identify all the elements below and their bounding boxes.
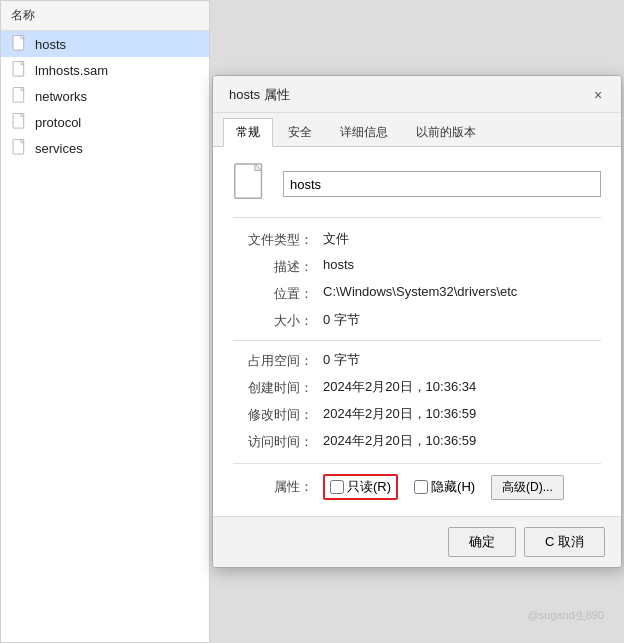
prop-value: 0 字节	[323, 311, 601, 329]
prop-value: hosts	[323, 257, 601, 272]
file-panel: 名称 hosts lmhosts.sam networks protocol	[0, 0, 210, 643]
file-list-item[interactable]: services	[1, 135, 209, 161]
hidden-label: 隐藏(H)	[431, 478, 475, 496]
divider	[233, 463, 601, 464]
file-icon	[11, 61, 29, 79]
dialog-overlay: hosts 属性 × 常规安全详细信息以前的版本 文件类型：文件描述：hosts…	[210, 0, 624, 643]
prop-label: 位置：	[233, 284, 313, 303]
file-name: services	[35, 141, 83, 156]
file-name: protocol	[35, 115, 81, 130]
file-name: networks	[35, 89, 87, 104]
prop-row: 文件类型：文件	[233, 230, 601, 249]
file-icon	[11, 35, 29, 53]
divider	[233, 340, 601, 341]
file-icon	[11, 113, 29, 131]
hidden-checkbox-label[interactable]: 隐藏(H)	[414, 478, 475, 496]
prop-value: C:\Windows\System32\drivers\etc	[323, 284, 601, 299]
file-icon-large	[233, 163, 269, 205]
prop-label: 描述：	[233, 257, 313, 276]
prop-label: 文件类型：	[233, 230, 313, 249]
attr-label: 属性：	[233, 478, 313, 496]
checkbox-group: 只读(R) 隐藏(H) 高级(D)...	[323, 474, 564, 500]
prop-value: 2024年2月20日，10:36:59	[323, 432, 601, 450]
prop-value: 2024年2月20日，10:36:34	[323, 378, 601, 396]
prop-row: 位置：C:\Windows\System32\drivers\etc	[233, 284, 601, 303]
file-panel-header: 名称	[1, 1, 209, 31]
props-section: 文件类型：文件描述：hosts位置：C:\Windows\System32\dr…	[233, 230, 601, 451]
prop-row: 创建时间：2024年2月20日，10:36:34	[233, 378, 601, 397]
prop-label: 占用空间：	[233, 351, 313, 370]
file-name: hosts	[35, 37, 66, 52]
readonly-checkbox-label[interactable]: 只读(R)	[330, 478, 391, 496]
prop-label: 大小：	[233, 311, 313, 330]
dialog-tab[interactable]: 安全	[275, 118, 325, 147]
file-icon	[11, 87, 29, 105]
prop-row: 访问时间：2024年2月20日，10:36:59	[233, 432, 601, 451]
file-list-item[interactable]: lmhosts.sam	[1, 57, 209, 83]
file-list-item[interactable]: hosts	[1, 31, 209, 57]
file-name-input[interactable]	[283, 171, 601, 197]
prop-label: 访问时间：	[233, 432, 313, 451]
file-list-item[interactable]: networks	[1, 83, 209, 109]
prop-row: 大小：0 字节	[233, 311, 601, 330]
prop-value: 0 字节	[323, 351, 601, 369]
file-list: hosts lmhosts.sam networks protocol serv…	[1, 31, 209, 161]
dialog-tabs: 常规安全详细信息以前的版本	[213, 113, 621, 147]
close-button[interactable]: ×	[587, 84, 609, 106]
hidden-checkbox[interactable]	[414, 480, 428, 494]
cancel-button[interactable]: C 取消	[524, 527, 605, 557]
readonly-label: 只读(R)	[347, 478, 391, 496]
dialog-titlebar: hosts 属性 ×	[213, 76, 621, 113]
dialog-body: 文件类型：文件描述：hosts位置：C:\Windows\System32\dr…	[213, 147, 621, 516]
prop-label: 创建时间：	[233, 378, 313, 397]
prop-row: 描述：hosts	[233, 257, 601, 276]
file-header-section	[233, 163, 601, 218]
ok-button[interactable]: 确定	[448, 527, 516, 557]
readonly-checkbox[interactable]	[330, 480, 344, 494]
dialog-title: hosts 属性	[229, 86, 290, 104]
prop-row: 占用空间：0 字节	[233, 351, 601, 370]
prop-value: 文件	[323, 230, 601, 248]
readonly-wrapper: 只读(R)	[323, 474, 398, 500]
prop-value: 2024年2月20日，10:36:59	[323, 405, 601, 423]
properties-dialog: hosts 属性 × 常规安全详细信息以前的版本 文件类型：文件描述：hosts…	[212, 75, 622, 568]
dialog-tab[interactable]: 详细信息	[327, 118, 401, 147]
advanced-button[interactable]: 高级(D)...	[491, 475, 564, 500]
file-name: lmhosts.sam	[35, 63, 108, 78]
dialog-tab[interactable]: 以前的版本	[403, 118, 489, 147]
dialog-tab[interactable]: 常规	[223, 118, 273, 147]
dialog-footer: 确定 C 取消	[213, 516, 621, 567]
prop-row: 修改时间：2024年2月20日，10:36:59	[233, 405, 601, 424]
file-icon	[11, 139, 29, 157]
prop-label: 修改时间：	[233, 405, 313, 424]
attributes-row: 属性： 只读(R) 隐藏(H) 高级(D)...	[233, 474, 601, 500]
file-list-item[interactable]: protocol	[1, 109, 209, 135]
